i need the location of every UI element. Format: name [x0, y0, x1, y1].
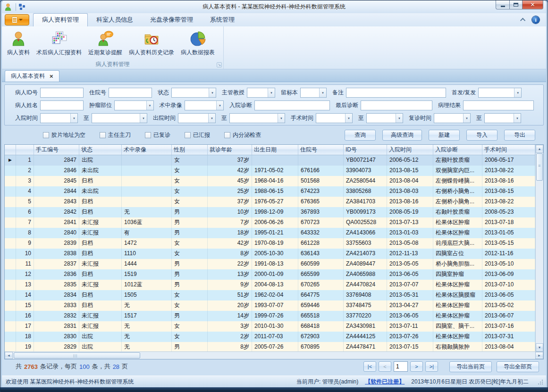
- ribbon-button-patient-data[interactable]: 病人资料: [4, 28, 33, 58]
- scroll-right-icon[interactable]: ►: [535, 352, 543, 359]
- horizontal-scroll-thumb[interactable]: [14, 352, 140, 359]
- prev-page-button[interactable]: <: [379, 361, 391, 372]
- column-header-birth-date[interactable]: 出生日期: [252, 145, 298, 155]
- vertical-scroll-track[interactable]: [536, 181, 543, 343]
- discharge-date-to-combo[interactable]: ▼: [229, 113, 285, 123]
- next-page-button[interactable]: >: [410, 361, 423, 372]
- table-row-9[interactable]: 92839归档1472女42岁1970-08-19661228337556032…: [5, 238, 535, 249]
- chevron-down-icon[interactable]: ▼: [345, 114, 352, 123]
- vertical-scrollbar[interactable]: ▲ ▼: [535, 145, 543, 351]
- checkbox-reported[interactable]: 已汇报: [185, 131, 210, 139]
- checkbox-film-address-empty[interactable]: 胶片地址为空: [43, 131, 85, 139]
- column-header-admission-diagnosis[interactable]: 入院诊断: [433, 145, 482, 155]
- column-header-intraop-video[interactable]: 术中录像: [122, 145, 172, 155]
- chief-professor-combo[interactable]: ▼: [247, 88, 275, 98]
- column-header-gender[interactable]: 性别: [172, 145, 208, 155]
- ribbon-tab-system-management[interactable]: 系统管理: [202, 14, 243, 26]
- intraop-video-combo[interactable]: ▼: [185, 100, 224, 110]
- chevron-down-icon[interactable]: ▼: [319, 88, 326, 97]
- first-or-recurrence-combo[interactable]: ▼: [478, 88, 522, 98]
- chevron-down-icon[interactable]: ▼: [396, 114, 403, 123]
- chevron-down-icon[interactable]: ▼: [268, 88, 275, 97]
- registered-link[interactable]: 【软件已注册】: [365, 378, 405, 386]
- ribbon-tab-patient-data-management[interactable]: 病人资料管理: [33, 13, 88, 26]
- advanced-query-button[interactable]: 高级查询: [382, 130, 422, 141]
- ribbon-tab-disc-videotape-management[interactable]: 光盘录像带管理: [142, 14, 202, 26]
- remarks-input[interactable]: [346, 88, 446, 98]
- chevron-down-icon[interactable]: ▼: [208, 114, 215, 123]
- chevron-down-icon[interactable]: ▼: [70, 114, 77, 123]
- table-row-10[interactable]: 102838归档1110女8岁2005-10-30636143ZA4214073…: [5, 249, 535, 259]
- chevron-down-icon[interactable]: ▼: [463, 114, 470, 123]
- checkbox-chief-surgeon[interactable]: 主任主刀: [100, 131, 131, 139]
- column-header-row-indicator[interactable]: [5, 145, 16, 155]
- chevron-down-icon[interactable]: ▼: [216, 101, 223, 110]
- info-icon[interactable]: i: [532, 16, 540, 24]
- table-row-15[interactable]: 152833归档无女20岁1993-07-0765944633748475201…: [5, 300, 535, 311]
- ribbon-button-patient-data-report[interactable]: 病人数据报表: [177, 28, 218, 58]
- export-current-page-button[interactable]: 导出当前页: [449, 361, 492, 372]
- pathology-result-input[interactable]: [463, 100, 534, 110]
- followup-date-from-combo[interactable]: ▼: [434, 113, 471, 123]
- application-menu-button[interactable]: [5, 14, 29, 25]
- admission-number-input[interactable]: [109, 88, 152, 98]
- query-button[interactable]: 查询: [345, 130, 376, 141]
- table-row-12[interactable]: 122836归档1519男13岁2000-01-09665599ZA406598…: [5, 269, 535, 280]
- chevron-down-icon[interactable]: ▼: [209, 88, 216, 97]
- admission-diagnosis-input[interactable]: [254, 100, 330, 110]
- new-button[interactable]: 新建: [429, 130, 460, 141]
- horizontal-scrollbar[interactable]: ◄ ►: [5, 351, 543, 359]
- checkbox-followed-up[interactable]: 已复诊: [145, 131, 170, 139]
- followup-date-to-combo[interactable]: ▼: [484, 113, 521, 123]
- ribbon-button-patient-data-history[interactable]: 病人资料历史记录: [126, 28, 177, 58]
- final-diagnosis-input[interactable]: [361, 100, 432, 110]
- column-header-admission-number[interactable]: 住院号: [298, 145, 344, 155]
- specimen-kept-combo[interactable]: ▼: [300, 88, 327, 98]
- import-button[interactable]: 导入: [466, 130, 497, 141]
- column-header-admission-date[interactable]: 入院时间: [387, 145, 433, 155]
- resize-grip-icon[interactable]: [537, 379, 543, 385]
- tab-close-icon[interactable]: ×: [50, 74, 53, 79]
- column-header-row-number[interactable]: [16, 145, 34, 155]
- chevron-down-icon[interactable]: ▼: [146, 101, 153, 110]
- table-row-18[interactable]: 182830出院无女2岁2011-07-03672903ZA4444125201…: [5, 332, 535, 342]
- column-header-status[interactable]: 状态: [79, 145, 122, 155]
- table-row-3[interactable]: 32845归档女45岁1968-04-16501568ZA25805442013…: [5, 176, 535, 186]
- table-row-11[interactable]: 112837未汇报1444男22岁1991-08-13660599ZA40894…: [5, 259, 535, 269]
- discharge-date-from-combo[interactable]: ▼: [178, 113, 216, 123]
- table-row-8[interactable]: 82840未汇报有男18岁1995-01-21643332ZA414306620…: [5, 228, 535, 238]
- table-row-2[interactable]: 22846未出院女42岁1971-05-02676166339040732013…: [5, 166, 535, 176]
- horizontal-scroll-track[interactable]: [140, 352, 535, 359]
- table-row-16[interactable]: 162832未汇报1517男14岁1999-07-266655183377022…: [5, 311, 535, 321]
- column-header-surgery-date[interactable]: 手术时间: [482, 145, 535, 155]
- minimize-button[interactable]: [496, 0, 509, 9]
- page-number-input[interactable]: [394, 361, 408, 372]
- chevron-down-icon[interactable]: ▼: [514, 88, 521, 97]
- collapse-ribbon-icon[interactable]: [520, 18, 525, 23]
- column-header-manual-number[interactable]: 手工编号: [34, 145, 79, 155]
- ribbon-button-recent-followup-reminder[interactable]: 近期复诊提醒: [85, 28, 126, 58]
- checkbox-endocrine-exam[interactable]: 内分泌检查: [224, 131, 261, 139]
- first-page-button[interactable]: |<: [363, 361, 376, 372]
- status-combo[interactable]: ▼: [171, 88, 216, 98]
- vertical-scroll-thumb[interactable]: [536, 153, 543, 181]
- tab-patient-basic-info[interactable]: 病人基本资料 ×: [5, 70, 59, 82]
- chevron-down-icon[interactable]: ▼: [514, 114, 521, 123]
- admission-date-to-combo[interactable]: ▼: [92, 113, 147, 123]
- export-button[interactable]: 导出: [504, 130, 535, 141]
- table-row-5[interactable]: 52843归档女37岁1976-05-27676365ZA38417032013…: [5, 197, 535, 207]
- surgery-date-to-combo[interactable]: ▼: [366, 113, 403, 123]
- chevron-down-icon[interactable]: ▼: [140, 114, 147, 123]
- table-row-17[interactable]: 172831未汇报无女3岁2010-01-30668418ZA343098120…: [5, 321, 535, 332]
- scroll-left-icon[interactable]: ◄: [5, 352, 13, 359]
- surgery-date-from-combo[interactable]: ▼: [316, 113, 353, 123]
- table-row-4[interactable]: 42844未出院女25岁1988-06-15674223338052682013…: [5, 186, 535, 197]
- scroll-down-icon[interactable]: ▼: [536, 343, 543, 351]
- maximize-button[interactable]: [509, 0, 522, 9]
- dialog-launcher-icon[interactable]: ↘: [217, 62, 222, 67]
- column-header-visit-age[interactable]: 就诊年龄: [208, 145, 252, 155]
- close-button[interactable]: ✕: [522, 0, 543, 9]
- ribbon-tab-department-staff-info[interactable]: 科室人员信息: [88, 14, 142, 26]
- table-row-6[interactable]: 62842归档无男10岁1998-12-09367893YB0099173200…: [5, 207, 535, 217]
- patient-name-input[interactable]: [40, 100, 84, 110]
